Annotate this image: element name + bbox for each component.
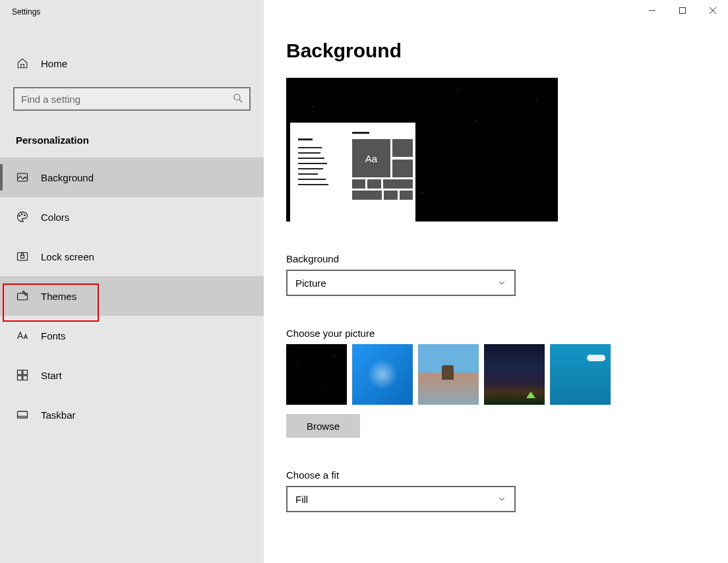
svg-rect-12	[23, 376, 28, 380]
sidebar-item-label: Lock screen	[41, 251, 94, 262]
svg-rect-8	[18, 293, 28, 300]
background-select[interactable]: Picture	[286, 270, 516, 296]
chevron-down-icon	[497, 278, 506, 287]
home-label: Home	[41, 58, 67, 69]
svg-point-0	[234, 94, 240, 100]
fonts-icon	[16, 329, 29, 342]
picture-thumbnail[interactable]	[286, 344, 347, 405]
search-icon	[232, 92, 244, 104]
sidebar: Settings Home Personalization Background	[0, 0, 264, 563]
svg-rect-13	[18, 411, 28, 418]
picture-icon	[16, 171, 29, 184]
svg-line-1	[239, 100, 242, 102]
chevron-down-icon	[497, 494, 506, 504]
taskbar-icon	[16, 408, 29, 421]
svg-point-5	[24, 215, 26, 216]
svg-rect-6	[18, 252, 28, 260]
svg-rect-9	[18, 370, 22, 375]
sidebar-item-label: Colors	[41, 212, 69, 223]
picture-thumbnail[interactable]	[418, 344, 479, 405]
choose-picture-label: Choose your picture	[286, 328, 706, 339]
maximize-button[interactable]	[667, 0, 698, 21]
sidebar-item-lock-screen[interactable]: Lock screen	[0, 237, 264, 276]
themes-icon	[16, 289, 29, 303]
browse-button[interactable]: Browse	[286, 414, 360, 438]
background-label: Background	[286, 253, 706, 264]
sidebar-item-background[interactable]: Background	[0, 158, 264, 197]
svg-point-4	[21, 214, 22, 215]
sidebar-item-label: Themes	[41, 291, 76, 302]
svg-rect-11	[18, 376, 22, 380]
home-nav[interactable]: Home	[0, 47, 264, 79]
sidebar-item-label: Background	[41, 172, 94, 183]
sidebar-item-label: Start	[41, 370, 62, 381]
lock-screen-icon	[16, 250, 29, 263]
fit-select[interactable]: Fill	[286, 486, 516, 512]
search-input[interactable]	[13, 87, 251, 111]
content: Background Aa	[264, 0, 728, 563]
svg-rect-7	[21, 255, 24, 258]
sidebar-item-taskbar[interactable]: Taskbar	[0, 395, 264, 434]
sidebar-item-themes[interactable]: Themes	[0, 276, 264, 316]
background-select-value: Picture	[295, 278, 326, 289]
picture-thumbnail[interactable]	[550, 344, 611, 405]
svg-rect-16	[680, 8, 686, 14]
preview-tile-text: Aa	[352, 139, 390, 177]
svg-rect-10	[23, 370, 28, 375]
sidebar-item-fonts[interactable]: Fonts	[0, 316, 264, 355]
svg-point-3	[19, 216, 20, 217]
picture-thumbnail[interactable]	[352, 344, 413, 405]
window-title: Settings	[0, 0, 264, 24]
sidebar-item-label: Taskbar	[41, 409, 76, 421]
section-title: Personalization	[0, 111, 264, 158]
page-title: Background	[286, 40, 706, 62]
background-preview: Aa	[286, 78, 558, 222]
home-icon	[16, 57, 29, 70]
palette-icon	[16, 210, 29, 223]
start-icon	[16, 369, 29, 382]
fit-select-value: Fill	[295, 494, 308, 505]
close-button[interactable]	[698, 0, 728, 21]
sidebar-item-label: Fonts	[41, 330, 66, 341]
minimize-button[interactable]	[637, 0, 667, 21]
sidebar-item-start[interactable]: Start	[0, 355, 264, 395]
picture-thumbnail[interactable]	[484, 344, 545, 405]
sidebar-item-colors[interactable]: Colors	[0, 197, 264, 237]
choose-fit-label: Choose a fit	[286, 469, 706, 481]
